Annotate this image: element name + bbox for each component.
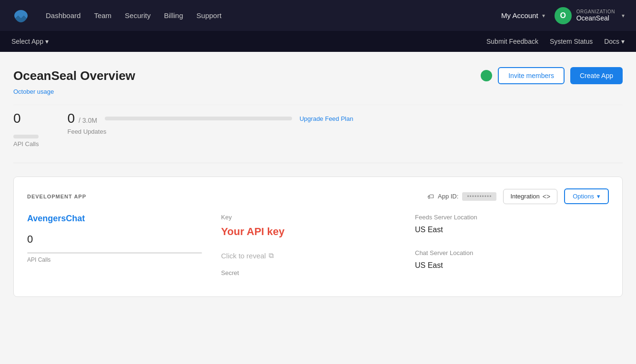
usage-section: 0 API Calls 0 / 3.0M Upgrade Feed Plan F… xyxy=(13,105,623,163)
nav-billing[interactable]: Billing xyxy=(164,11,183,20)
feed-updates-label: Feed Updates xyxy=(67,128,353,135)
options-chevron: ▾ xyxy=(597,193,600,200)
app-info-col: AvengersChat 0 API Calls xyxy=(27,214,221,285)
status-indicator xyxy=(481,70,492,81)
submit-feedback-link[interactable]: Submit Feedback xyxy=(486,38,538,45)
api-calls-block: 0 API Calls xyxy=(13,111,39,148)
org-chevron: ▾ xyxy=(622,12,625,19)
nav-security[interactable]: Security xyxy=(125,11,151,20)
sub-navigation: Select App ▾ Submit Feedback System Stat… xyxy=(0,31,636,52)
app-card-header: DEVELOPMENT APP 🏷 App ID: •••••••••• Int… xyxy=(27,188,609,204)
options-button[interactable]: Options ▾ xyxy=(564,188,609,204)
nav-links: Dashboard Team Security Billing Support xyxy=(46,11,222,20)
top-navigation: Dashboard Team Security Billing Support … xyxy=(0,0,636,31)
app-id-value: •••••••••• xyxy=(462,192,496,201)
header-actions: Invite members Create App xyxy=(481,67,623,84)
integration-button[interactable]: Integration <> xyxy=(503,189,557,204)
code-icon: <> xyxy=(543,193,550,200)
dev-app-label: DEVELOPMENT APP xyxy=(27,194,86,199)
app-api-bar xyxy=(27,252,202,254)
main-content: OceanSeal Overview Invite members Create… xyxy=(0,52,636,312)
api-calls-label: API Calls xyxy=(13,140,39,148)
org-name: OceanSeal xyxy=(576,14,615,22)
org-info: ORGANIZATION OceanSeal xyxy=(576,9,615,22)
nav-dashboard[interactable]: Dashboard xyxy=(46,11,81,20)
org-label: ORGANIZATION xyxy=(576,9,615,14)
feed-number-row: 0 / 3.0M xyxy=(67,111,97,126)
app-locations-col: Feeds Server Location US East Chat Serve… xyxy=(415,214,609,285)
org-avatar: O xyxy=(555,7,572,24)
select-app-button[interactable]: Select App ▾ xyxy=(11,38,49,45)
org-section[interactable]: O ORGANIZATION OceanSeal ▾ xyxy=(555,7,625,24)
secret-reveal-button[interactable]: Click to reveal ⧉ xyxy=(221,251,396,260)
tag-icon: 🏷 xyxy=(427,193,434,200)
docs-link[interactable]: Docs ▾ xyxy=(604,38,625,45)
page-title: OceanSeal Overview xyxy=(13,69,135,83)
nav-team[interactable]: Team xyxy=(94,11,111,20)
chat-location-value: US East xyxy=(415,261,590,270)
api-calls-bar xyxy=(13,135,39,138)
create-app-button[interactable]: Create App xyxy=(570,67,623,84)
chat-location-section: Chat Server Location US East xyxy=(415,249,590,270)
feeds-location-value: US East xyxy=(415,226,590,234)
upgrade-feed-link[interactable]: Upgrade Feed Plan xyxy=(300,115,353,122)
feed-updates-section: 0 / 3.0M Upgrade Feed Plan Feed Updates xyxy=(67,111,353,135)
feed-header-row: 0 / 3.0M Upgrade Feed Plan xyxy=(67,111,353,126)
api-calls-number: 0 xyxy=(13,111,39,126)
key-label: Key xyxy=(221,214,396,221)
usage-label: October usage xyxy=(13,88,623,95)
my-account-button[interactable]: My Account ▾ xyxy=(501,11,545,20)
nav-right: My Account ▾ O ORGANIZATION OceanSeal ▾ xyxy=(501,7,625,24)
secret-label: Secret xyxy=(221,269,396,276)
app-card: DEVELOPMENT APP 🏷 App ID: •••••••••• Int… xyxy=(13,177,623,297)
chat-location-label: Chat Server Location xyxy=(415,249,590,256)
app-api-calls-label: API Calls xyxy=(27,256,202,263)
app-id-label: App ID: xyxy=(438,193,458,200)
app-api-calls-number: 0 xyxy=(27,233,202,246)
api-key-value[interactable]: Your API key xyxy=(221,226,396,238)
app-card-actions: 🏷 App ID: •••••••••• Integration <> Opti… xyxy=(427,188,609,204)
page-header: OceanSeal Overview Invite members Create… xyxy=(13,67,623,84)
copy-icon: ⧉ xyxy=(269,251,274,260)
my-account-chevron: ▾ xyxy=(542,12,545,19)
app-card-body: AvengersChat 0 API Calls Key Your API ke… xyxy=(27,214,609,285)
nav-support[interactable]: Support xyxy=(196,11,222,20)
nav-left: Dashboard Team Security Billing Support xyxy=(11,6,222,25)
feed-number: 0 xyxy=(67,111,75,126)
app-id-section: 🏷 App ID: •••••••••• xyxy=(427,192,496,201)
system-status-link[interactable]: System Status xyxy=(550,38,593,45)
feed-max: / 3.0M xyxy=(79,117,97,124)
app-name[interactable]: AvengersChat xyxy=(27,214,202,224)
invite-members-button[interactable]: Invite members xyxy=(498,67,565,84)
feed-bar xyxy=(105,117,292,120)
logo[interactable] xyxy=(11,6,30,25)
sub-nav-left: Select App ▾ xyxy=(11,38,49,45)
feeds-location-section: Feeds Server Location US East xyxy=(415,214,590,234)
feeds-location-label: Feeds Server Location xyxy=(415,214,590,221)
sub-nav-right: Submit Feedback System Status Docs ▾ xyxy=(486,38,625,45)
app-credentials-col: Key Your API key Click to reveal ⧉ Secre… xyxy=(221,214,415,285)
